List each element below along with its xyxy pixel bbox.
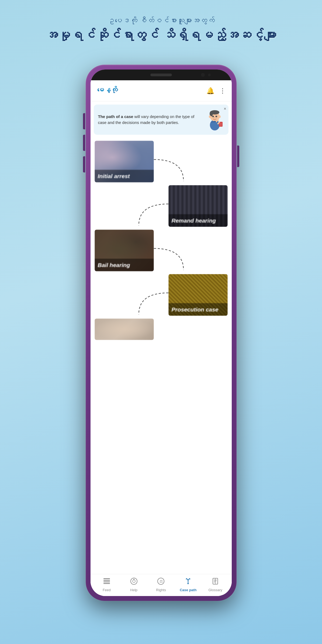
svg-point-8	[216, 116, 217, 116]
svg-point-5	[212, 116, 214, 117]
header-title: အမှုရင်ဆိုင်ရာတွင် သိရှိရမည့်အဆင့်များ	[0, 28, 322, 42]
case-flow: Initial arrest R	[91, 141, 232, 351]
nav-item-glossary[interactable]: Glossary	[206, 577, 225, 592]
help-icon	[130, 577, 138, 587]
nav-item-feed[interactable]: Feed	[97, 577, 116, 592]
connector-4	[133, 290, 171, 317]
case-flow-scroll: Initial arrest R	[91, 138, 232, 574]
initial-arrest-label: Initial arrest	[95, 170, 154, 182]
svg-rect-19	[103, 581, 110, 582]
case-item-initial-arrest: Initial arrest	[95, 141, 228, 182]
glossary-label: Glossary	[208, 588, 222, 592]
mascot	[205, 109, 224, 130]
phone-notch	[91, 70, 232, 80]
case-item-prosecution-case: Prosecution case	[95, 274, 228, 316]
glossary-icon	[212, 577, 219, 587]
app-header: မနေ့ကို 🔔 ⋮	[91, 80, 232, 101]
svg-point-23	[133, 579, 134, 580]
phone-speaker	[150, 74, 172, 76]
case-item-bail-hearing: Bail hearing	[95, 230, 228, 271]
svg-point-11	[219, 115, 221, 118]
close-button[interactable]: ×	[224, 107, 226, 111]
feed-icon	[103, 577, 110, 587]
app-screen: မနေ့ကို 🔔 ⋮	[91, 80, 232, 596]
last-card[interactable]	[95, 318, 154, 340]
connector-3	[151, 246, 189, 273]
phone-outer: မနေ့ကို 🔔 ⋮	[86, 65, 237, 601]
remand-hearing-card[interactable]: Remand hearing	[168, 185, 228, 227]
bottom-nav: Feed Help	[91, 574, 232, 596]
svg-point-10	[209, 115, 211, 118]
case-path-icon	[184, 577, 192, 587]
phone-camera-1	[201, 73, 205, 77]
remand-hearing-label: Remand hearing	[168, 214, 228, 227]
banner-text-bold: The path of a case	[98, 114, 133, 119]
app-logo: မနေ့ကို	[96, 84, 118, 97]
svg-rect-20	[103, 583, 110, 584]
case-item-last	[95, 318, 228, 340]
svg-rect-18	[103, 580, 110, 581]
phone-screen: မနေ့ကို 🔔 ⋮	[91, 70, 232, 596]
initial-arrest-card[interactable]: Initial arrest	[95, 141, 154, 182]
phone-camera-2	[208, 74, 211, 76]
info-banner: The path of a case will vary depending o…	[94, 105, 228, 135]
prosecution-case-card[interactable]: Prosecution case	[168, 274, 228, 316]
rights-icon: ⚖	[157, 577, 165, 587]
bail-hearing-label: Bail hearing	[95, 259, 154, 271]
feed-label: Feed	[103, 588, 111, 592]
menu-icon[interactable]: ⋮	[219, 87, 226, 95]
svg-rect-17	[103, 578, 110, 579]
help-label: Help	[130, 588, 137, 592]
notification-icon[interactable]: 🔔	[206, 87, 214, 95]
svg-text:⚖: ⚖	[160, 579, 163, 583]
case-path-label: Case path	[180, 588, 196, 592]
prosecution-case-label: Prosecution case	[168, 303, 228, 316]
header-subtitle: ဥပဒေကို စီတ်ဝင်စားသူများအတွက်	[0, 16, 322, 25]
bail-hearing-card[interactable]: Bail hearing	[95, 230, 154, 271]
header-icons: 🔔 ⋮	[206, 87, 226, 95]
svg-point-7	[213, 116, 214, 116]
nav-item-rights[interactable]: ⚖ Rights	[151, 577, 170, 592]
svg-point-6	[216, 116, 217, 117]
connector-2	[133, 201, 171, 228]
svg-text:မနေ့ကို: မနေ့ကို	[97, 86, 118, 94]
banner-text: The path of a case will vary depending o…	[98, 114, 205, 126]
rights-label: Rights	[156, 588, 166, 592]
header-area: ဥပဒေကို စီတ်ဝင်စားသူများအတွက် အမှုရင်ဆို…	[0, 0, 322, 50]
svg-point-22	[133, 580, 135, 583]
case-item-remand-hearing: Remand hearing	[95, 185, 228, 227]
svg-point-9	[214, 117, 215, 118]
phone-wrapper: မနေ့ကို 🔔 ⋮	[86, 65, 237, 601]
nav-item-case-path[interactable]: Case path	[179, 577, 198, 592]
connector-1	[151, 157, 189, 184]
nav-item-help[interactable]: Help	[124, 577, 143, 592]
